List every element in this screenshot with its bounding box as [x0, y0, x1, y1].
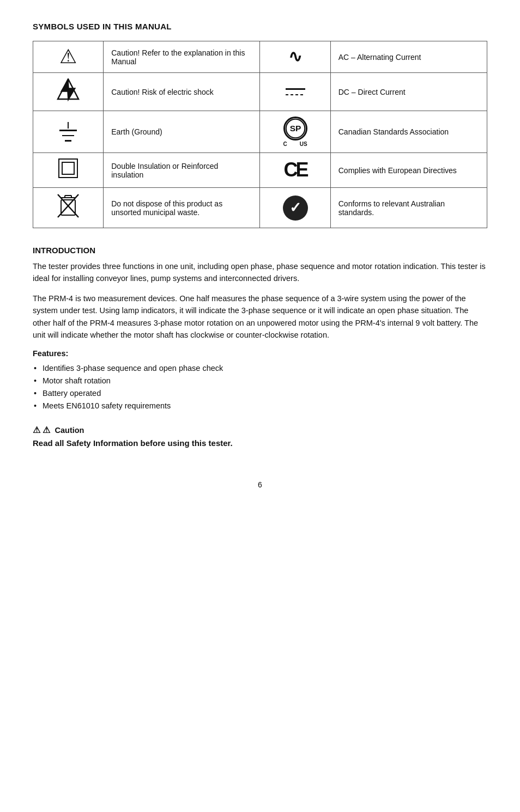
desc-lightning: Caution! Risk of electric shock — [104, 73, 260, 111]
list-item: Motor shaft rotation — [33, 375, 487, 387]
desc-recycling: Do not dispose of this product as unsort… — [104, 188, 260, 228]
desc-ce: Complies with European Directives — [330, 153, 487, 188]
symbol-ac: ∿ — [260, 41, 330, 73]
features-title: Features: — [33, 349, 487, 358]
symbol-ce: CE — [260, 153, 330, 188]
table-row: Do not dispose of this product as unsort… — [33, 188, 487, 228]
symbol-aus: ✓ — [260, 188, 330, 228]
table-row: ⚠ Caution! Refer to the explanation in t… — [33, 41, 487, 73]
desc-warning: Caution! Refer to the explanation in thi… — [104, 41, 260, 73]
table-row: Caution! Risk of electric shock DC – Dir… — [33, 73, 487, 111]
caution-main: Read all Safety Information before using… — [33, 438, 487, 448]
symbol-warning: ⚠ — [33, 41, 104, 73]
caution-title: ⚠ ⚠ Caution — [33, 425, 487, 435]
desc-double-insulation: Double Insulation or Reinforced insulati… — [104, 153, 260, 188]
symbol-dc — [260, 73, 330, 111]
desc-earth: Earth (Ground) — [104, 111, 260, 153]
desc-ac: AC – Alternating Current — [330, 41, 487, 73]
symbol-recycling — [33, 188, 104, 228]
introduction-section: INTRODUCTION The tester provides three f… — [33, 246, 487, 413]
section-title: SYMBOLS USED IN THIS MANUAL — [33, 22, 487, 31]
symbol-double-insulation — [33, 153, 104, 188]
table-row: Earth (Ground) SP C US Canadian Standar — [33, 111, 487, 153]
svg-text:SP: SP — [289, 124, 301, 133]
list-item: Meets EN61010 safety requirements — [33, 400, 487, 412]
caution-block: ⚠ ⚠ Caution Read all Safety Information … — [33, 425, 487, 448]
desc-dc: DC – Direct Current — [330, 73, 487, 111]
intro-title: INTRODUCTION — [33, 246, 487, 255]
warning-icon: ⚠ ⚠ — [33, 425, 50, 435]
table-row: Double Insulation or Reinforced insulati… — [33, 153, 487, 188]
desc-aus: Conforms to relevant Australian standard… — [330, 188, 487, 228]
intro-para-1: The tester provides three functions in o… — [33, 260, 487, 285]
list-item: Identifies 3-phase sequence and open pha… — [33, 362, 487, 375]
symbol-csa: SP C US — [260, 111, 330, 153]
desc-csa: Canadian Standards Association — [330, 111, 487, 153]
intro-para-2: The PRM-4 is two measurement devices. On… — [33, 292, 487, 341]
symbols-table: ⚠ Caution! Refer to the explanation in t… — [33, 41, 487, 228]
svg-rect-5 — [61, 200, 75, 215]
features-list: Identifies 3-phase sequence and open pha… — [33, 362, 487, 413]
symbol-lightning — [33, 73, 104, 111]
symbol-earth — [33, 111, 104, 153]
page-number: 6 — [33, 480, 487, 489]
list-item: Battery operated — [33, 387, 487, 400]
